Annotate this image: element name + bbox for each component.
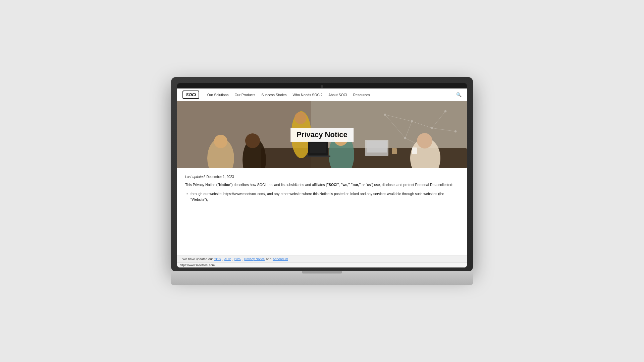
notif-and: and [266,257,271,261]
last-updated-date: December 1, 2023 [206,175,234,179]
notification-text: We have updated our [182,257,213,261]
laptop-body: SOCi Our Solutions Our Products Success … [171,77,473,272]
svg-rect-32 [392,148,397,154]
nav-success-stories[interactable]: Success Stories [261,93,286,97]
tos-link[interactable]: TOS [214,257,221,261]
soci-logo[interactable]: SOCi [182,90,199,99]
notif-comma1: , [222,257,223,261]
nav-who-needs-soci[interactable]: Who Needs SOCi? [293,93,323,97]
svg-point-18 [214,135,227,148]
hero-section: Privacy Notice [177,101,467,168]
nav-about-soci[interactable]: About SOCi [328,93,347,97]
last-updated: Last updated: December 1, 2023 [185,175,459,179]
content-area: Last updated: December 1, 2023 This Priv… [177,168,467,255]
nav-links: Our Solutions Our Products Success Stori… [207,93,456,97]
navbar: SOCi Our Solutions Our Products Success … [177,88,467,101]
screen-content: SOCi Our Solutions Our Products Success … [177,88,467,267]
our-strong: "our," [351,183,361,187]
bullet-item-1: through our website, https://www.meetsoc… [185,191,459,202]
svg-rect-29 [306,156,330,157]
laptop-mockup: SOCi Our Solutions Our Products Success … [171,77,473,285]
addendum-link[interactable]: Addendum [273,257,288,261]
screen-bezel: SOCi Our Solutions Our Products Success … [177,83,467,267]
nav-our-solutions[interactable]: Our Solutions [207,93,229,97]
hero-title-box: Privacy Notice [290,128,354,142]
soci-strong: "SOCi" [327,183,339,187]
svg-point-26 [417,133,432,148]
website: SOCi Our Solutions Our Products Success … [177,88,467,267]
status-bar: https://www.meetsoci.com [177,262,467,267]
hero-background: Privacy Notice [177,101,467,168]
status-url: https://www.meetsoci.com [180,263,215,267]
aup-link[interactable]: AUP [224,257,231,261]
intro-paragraph: This Privacy Notice ("Notice") describes… [185,182,459,188]
svg-point-20 [245,133,260,148]
notif-comma3: , [242,257,243,261]
we-strong: "we," [341,183,350,187]
laptop-base [171,271,473,285]
notif-period: . [289,257,290,261]
search-icon[interactable]: 🔍 [456,92,462,97]
svg-rect-28 [310,143,326,153]
notif-comma2: , [232,257,233,261]
last-updated-label: Last updated: [185,175,206,179]
svg-rect-31 [367,141,387,153]
webcam [321,85,323,88]
nav-our-products[interactable]: Our Products [234,93,255,97]
page-title: Privacy Notice [297,130,347,139]
notification-bar: We have updated our TOS , AUP , DPA , Pr… [177,255,467,262]
dpa-link[interactable]: DPA [234,257,241,261]
privacy-notice-link[interactable]: Privacy Notice [244,257,265,261]
notice-strong: "Notice" [217,183,231,187]
svg-point-22 [294,112,307,124]
svg-rect-33 [412,147,417,154]
nav-resources[interactable]: Resources [353,93,370,97]
bullet-list: through our website, https://www.meetsoc… [185,191,459,202]
